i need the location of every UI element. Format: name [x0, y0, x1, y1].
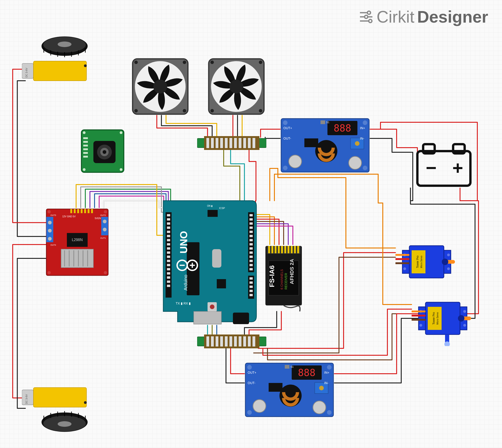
wire-buck1-in-gnd[interactable] [370, 138, 413, 201]
svg-rect-96 [167, 256, 170, 258]
svg-point-30 [58, 421, 71, 427]
servo-1[interactable]: Tower Pro Micro Servo [395, 239, 455, 289]
svg-text:Micro Servo: Micro Servo [436, 312, 439, 325]
svg-rect-69 [91, 209, 93, 213]
wire-motor-bottom-out3[interactable] [13, 244, 46, 398]
svg-rect-43 [83, 148, 88, 150]
gear-motor-bottom[interactable]: DC 3-6V [22, 386, 89, 408]
svg-rect-105 [250, 218, 253, 221]
svg-rect-253 [225, 336, 228, 347]
svg-point-167 [363, 120, 367, 125]
svg-rect-255 [234, 336, 237, 347]
svg-rect-251 [216, 336, 218, 347]
wire-buck1-in-vcc[interactable] [370, 129, 417, 173]
svg-rect-240 [225, 138, 228, 148]
wire-buck2-out-gnd[interactable] [226, 348, 244, 383]
wire-fan1-gnd[interactable] [161, 115, 212, 137]
cooling-fan-1[interactable] [131, 58, 189, 115]
wire-servo1-sig[interactable] [270, 168, 395, 248]
brand-logo: Cirkit Designer [357, 7, 488, 26]
wire-servo2-gnd[interactable] [267, 314, 412, 360]
svg-rect-94 [167, 247, 170, 250]
svg-rect-241 [229, 138, 232, 148]
svg-rect-239 [220, 138, 223, 148]
wire-fan1-pwm[interactable] [166, 115, 217, 137]
wire-buck1-out-gnd[interactable] [265, 137, 280, 138]
terminal-strip-1[interactable] [197, 136, 266, 150]
svg-text:UNO: UNO [178, 231, 189, 254]
svg-rect-68 [88, 209, 90, 213]
svg-rect-154 [281, 250, 283, 253]
svg-rect-63 [70, 209, 72, 213]
svg-point-8 [183, 109, 186, 112]
svg-rect-66 [81, 209, 82, 213]
wire-term1-arduino-vin[interactable] [249, 150, 256, 201]
svg-text:OUT3: OUT3 [50, 214, 56, 216]
rc-receiver-fs-ia6[interactable]: FS-IA6 6 CHANNELS RECEIVER AFHDS 2A [264, 244, 303, 311]
svg-text:FS-IA6: FS-IA6 [268, 265, 276, 287]
svg-rect-201 [285, 365, 289, 369]
wire-servo2-vcc[interactable] [263, 309, 412, 355]
servo-2[interactable]: Tower Pro Micro Servo [412, 295, 471, 346]
svg-text:ON ▮: ON ▮ [207, 205, 213, 207]
design-canvas[interactable]: Cirkit Designer [0, 0, 502, 448]
wire-term1-arduino-d12[interactable] [231, 150, 244, 201]
svg-rect-249 [206, 336, 209, 347]
wire-rx-ch3[interactable] [255, 201, 279, 244]
buck-converter-1[interactable]: 888 OUT+ OUT- IN+ IN- S1 [280, 118, 370, 173]
wheel-top[interactable] [40, 35, 89, 58]
wire-motor-top-out2[interactable] [13, 69, 46, 223]
svg-rect-245 [248, 138, 251, 148]
svg-rect-91 [167, 235, 170, 237]
motor-driver-l298n[interactable]: L298N 12V GND 5V 5VEN OUT3 OUT4 OUT2 OUT… [45, 208, 110, 277]
wire-motor-bottom-out4[interactable] [17, 258, 46, 408]
buck-converter-2[interactable]: 888 OUT+ OUT- IN+ IN- S1 [244, 362, 334, 417]
svg-rect-238 [216, 138, 218, 148]
cooling-fan-2[interactable] [207, 58, 265, 115]
svg-text:L298N: L298N [72, 238, 82, 242]
arduino-uno[interactable]: UNO Arduino TX ▮ RX ▮ ICSP ON ▮ [161, 196, 258, 325]
svg-text:OUT2: OUT2 [100, 214, 106, 216]
svg-rect-112 [250, 247, 253, 250]
svg-rect-101 [167, 276, 170, 279]
gear-motor-top[interactable]: DC 3-6V [22, 60, 89, 82]
svg-rect-153 [278, 250, 280, 253]
svg-rect-84 [248, 212, 254, 272]
svg-rect-89 [167, 226, 170, 229]
svg-text:S1: S1 [291, 365, 294, 368]
battery[interactable]: − + [415, 142, 473, 188]
svg-point-188 [327, 410, 332, 415]
svg-text:Tower Pro: Tower Pro [432, 312, 435, 325]
wire-term1-arduino-d11[interactable] [224, 150, 240, 201]
terminal-strip-2[interactable] [197, 335, 266, 348]
svg-rect-109 [250, 235, 253, 237]
svg-text:Micro Servo: Micro Servo [420, 256, 423, 268]
camera-module[interactable] [79, 128, 126, 174]
svg-point-36 [83, 131, 86, 134]
wire-motor-top-out1[interactable] [17, 81, 46, 237]
svg-point-58 [48, 229, 52, 233]
svg-text:+: + [453, 158, 463, 178]
svg-rect-65 [77, 209, 79, 213]
svg-rect-67 [84, 209, 86, 213]
svg-point-166 [283, 120, 288, 125]
svg-rect-158 [294, 250, 296, 253]
svg-point-35 [103, 150, 106, 154]
svg-rect-133 [217, 279, 226, 288]
svg-text:OUT1: OUT1 [100, 237, 106, 239]
svg-point-57 [48, 221, 52, 224]
svg-point-15 [259, 109, 262, 112]
svg-rect-145 [284, 246, 286, 250]
svg-rect-99 [167, 268, 170, 270]
svg-point-173 [355, 141, 360, 146]
svg-rect-134 [207, 210, 218, 217]
svg-rect-257 [243, 336, 246, 347]
wire-fan1-vcc[interactable] [157, 115, 207, 137]
svg-rect-236 [206, 138, 209, 148]
wheel-bottom[interactable] [40, 411, 89, 434]
svg-rect-149 [297, 246, 299, 250]
svg-rect-254 [229, 336, 232, 347]
wire-buck2-out-vcc[interactable] [231, 348, 244, 374]
svg-rect-93 [167, 243, 170, 245]
svg-rect-90 [167, 231, 170, 233]
